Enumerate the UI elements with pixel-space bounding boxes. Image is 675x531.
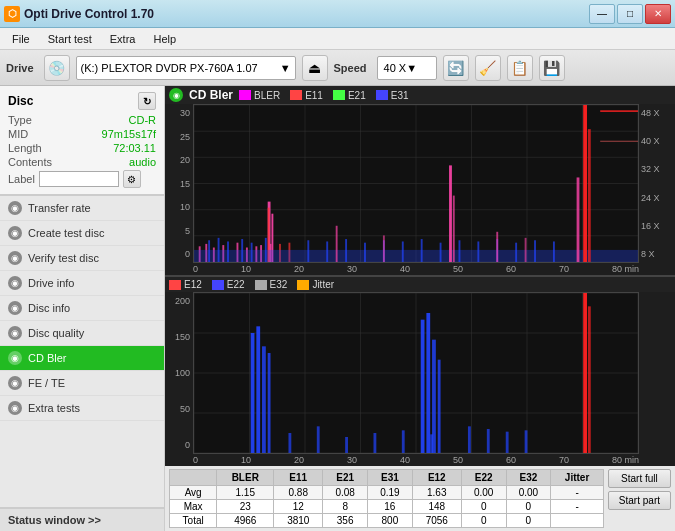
stats-max-e12: 148 [412,500,461,514]
disc-length-row: Length 72:03.11 [8,142,156,154]
svg-rect-79 [268,353,271,453]
save-button[interactable]: 💾 [539,55,565,81]
start-full-button[interactable]: Start full [608,469,671,488]
right-y-48x: 48 X [639,108,675,118]
maximize-button[interactable]: □ [617,4,643,24]
stats-buttons: Start full Start part [608,469,671,510]
svg-rect-89 [438,360,441,453]
menu-extra[interactable]: Extra [102,31,144,47]
stats-total-e12: 7056 [412,514,461,528]
stats-table: BLER E11 E21 E31 E12 E22 E32 Jitter Avg [169,469,604,528]
bx-label-70: 70 [559,455,569,465]
svg-rect-82 [345,437,348,453]
sidebar-item-disc-quality[interactable]: ◉ Disc quality [0,321,164,346]
stats-avg-e32: 0.00 [506,486,551,500]
sidebar-label-fe-te: FE / TE [28,377,65,389]
status-window-button[interactable]: Status window >> [0,507,164,531]
app-icon: ⬡ [4,6,20,22]
svg-rect-50 [553,241,555,262]
sidebar-label-transfer-rate: Transfer rate [28,202,91,214]
status-window-label: Status window >> [8,514,101,526]
sidebar-item-drive-info[interactable]: ◉ Drive info [0,271,164,296]
stats-area: BLER E11 E21 E31 E12 E22 E32 Jitter Avg [165,466,675,531]
legend-e31-label: E31 [391,90,409,101]
x-label-30: 30 [347,264,357,274]
svg-rect-45 [459,240,461,262]
svg-rect-95 [588,306,591,453]
close-button[interactable]: ✕ [645,4,671,24]
svg-rect-42 [402,241,404,262]
sidebar-item-verify-test-disc[interactable]: ◉ Verify test disc [0,246,164,271]
svg-rect-39 [345,239,347,262]
top-chart-section: ◉ CD Bler BLER E11 E21 [165,86,675,277]
svg-rect-94 [583,293,587,453]
stats-row-total: Total 4966 3810 356 800 7056 0 0 [170,514,604,528]
speed-select[interactable]: 40 X ▼ [377,56,437,80]
y-label-25: 25 [165,132,193,142]
fe-te-icon: ◉ [8,376,22,390]
by-label-200: 200 [165,296,193,306]
svg-rect-30 [194,250,638,262]
sidebar-item-fe-te[interactable]: ◉ FE / TE [0,371,164,396]
y-label-20: 20 [165,155,193,165]
legend-e21-label: E21 [348,90,366,101]
right-y-8x: 8 X [639,249,675,259]
svg-rect-46 [477,241,479,262]
sidebar-item-disc-info[interactable]: ◉ Disc info [0,296,164,321]
refresh-button[interactable]: 🔄 [443,55,469,81]
disc-quality-icon: ◉ [8,326,22,340]
disc-refresh-btn[interactable]: ↻ [138,92,156,110]
sidebar-item-transfer-rate[interactable]: ◉ Transfer rate [0,196,164,221]
sidebar-item-cd-bler[interactable]: ◉ CD Bler [0,346,164,371]
legend-e31-color [376,90,388,100]
svg-rect-48 [515,243,517,262]
drive-icon-btn[interactable]: 💿 [44,55,70,81]
copy-button[interactable]: 📋 [507,55,533,81]
legend-bler-color [239,90,251,100]
stats-col-e11: E11 [274,470,323,486]
svg-rect-31 [208,240,210,262]
sidebar-label-disc-quality: Disc quality [28,327,84,339]
by-label-150: 150 [165,332,193,342]
bx-label-10: 10 [241,455,251,465]
stats-total-jitter [551,514,604,528]
app-title: Opti Drive Control 1.70 [24,7,154,21]
menu-help[interactable]: Help [145,31,184,47]
y-label-0: 0 [165,249,193,259]
svg-rect-87 [426,313,430,453]
drive-dropdown-icon: ▼ [280,62,291,74]
drive-select[interactable]: (K:) PLEXTOR DVDR PX-760A 1.07 ▼ [76,56,296,80]
x-label-40: 40 [400,264,410,274]
bx-label-60: 60 [506,455,516,465]
eject-button[interactable]: ⏏ [302,55,328,81]
disc-length-label: Length [8,142,42,154]
stats-total-e32: 0 [506,514,551,528]
disc-title: Disc [8,94,33,108]
svg-rect-86 [421,320,425,453]
menu-start-test[interactable]: Start test [40,31,100,47]
cd-bler-chart-icon: ◉ [169,88,183,102]
legend-bler: BLER [239,90,280,101]
cd-bler-chart-title: CD Bler [189,88,233,102]
stats-col-jitter: Jitter [551,470,604,486]
minimize-button[interactable]: — [589,4,615,24]
disc-contents-row: Contents audio [8,156,156,168]
svg-rect-57 [383,235,385,262]
menu-file[interactable]: File [4,31,38,47]
bx-label-30: 30 [347,455,357,465]
top-chart-inner: 30 25 20 15 10 5 0 [165,104,675,263]
stats-row-avg: Avg 1.15 0.88 0.08 0.19 1.63 0.00 0.00 - [170,486,604,500]
svg-rect-92 [506,432,509,453]
disc-contents-label: Contents [8,156,52,168]
svg-rect-53 [583,105,587,262]
top-chart-plot [193,104,639,263]
sidebar-item-create-test-disc[interactable]: ◉ Create test disc [0,221,164,246]
start-part-button[interactable]: Start part [608,491,671,510]
stats-max-e21: 8 [323,500,368,514]
disc-label-input[interactable] [39,171,119,187]
erase-button[interactable]: 🧹 [475,55,501,81]
disc-label-btn[interactable]: ⚙ [123,170,141,188]
legend-e12-label: E12 [184,279,202,290]
sidebar-item-extra-tests[interactable]: ◉ Extra tests [0,396,164,421]
svg-rect-58 [496,232,498,262]
